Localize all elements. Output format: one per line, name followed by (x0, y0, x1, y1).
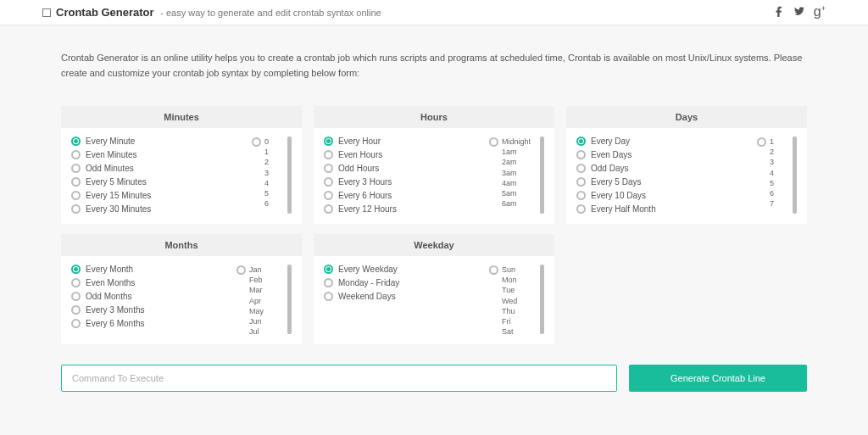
scrollbar[interactable] (287, 265, 292, 334)
months-option[interactable]: Odd Months (71, 292, 233, 301)
months-option[interactable]: Every Month (71, 265, 233, 274)
minutes-header: Minutes (61, 106, 302, 128)
minutes-value-list[interactable]: 012345678 (264, 137, 283, 206)
minutes-option[interactable]: Odd Minutes (71, 164, 248, 173)
weekday-options: Every WeekdayMonday - FridayWeekend Days (324, 265, 486, 334)
hours-option[interactable]: Every 12 Hours (324, 204, 486, 214)
radio-icon (324, 292, 333, 301)
list-item[interactable]: 6am (502, 198, 536, 206)
facebook-icon[interactable] (773, 5, 785, 20)
twitter-icon[interactable] (793, 5, 805, 20)
radio-icon (324, 204, 333, 214)
list-item[interactable]: Jan (249, 265, 283, 275)
scrollbar[interactable] (793, 137, 797, 214)
hours-option[interactable]: Even Hours (324, 150, 486, 159)
list-item[interactable]: Wed (502, 296, 536, 306)
radio-icon[interactable] (252, 137, 261, 147)
list-item[interactable]: 2 (264, 157, 283, 167)
minutes-option-label: Odd Minutes (86, 164, 134, 173)
days-header: Days (566, 106, 807, 128)
hours-option[interactable]: Every 3 Hours (324, 177, 486, 187)
google-plus-icon[interactable]: g+ (814, 5, 826, 19)
radio-icon[interactable] (236, 265, 246, 275)
list-item[interactable]: Sat (502, 326, 536, 334)
list-item[interactable]: 2am (502, 157, 536, 167)
hours-option-label: Every Hour (338, 137, 381, 146)
radio-icon[interactable] (489, 265, 498, 275)
hours-option[interactable]: Odd Hours (324, 164, 486, 173)
minutes-card: MinutesEvery MinuteEven MinutesOdd Minut… (61, 106, 302, 224)
list-item[interactable]: Thu (502, 306, 536, 316)
list-item[interactable]: Jul (249, 326, 283, 334)
scrollbar[interactable] (287, 137, 292, 214)
list-item[interactable]: 1 (264, 147, 283, 157)
days-option[interactable]: Every 5 Days (576, 177, 754, 187)
generate-button[interactable]: Generate Crontab Line (629, 365, 807, 392)
weekday-option[interactable]: Every Weekday (324, 265, 486, 274)
list-item[interactable]: Mon (502, 275, 536, 285)
months-value-list[interactable]: JanFebMarAprMayJunJulAugSep (249, 265, 283, 334)
days-option[interactable]: Every Day (576, 137, 754, 146)
minutes-option-label: Even Minutes (86, 150, 137, 159)
radio-icon (324, 137, 333, 146)
months-option[interactable]: Every 3 Months (71, 305, 233, 315)
list-item[interactable]: 3 (770, 157, 788, 167)
radio-icon (576, 191, 586, 200)
list-item[interactable]: Fri (502, 316, 536, 326)
list-item[interactable]: 4 (770, 168, 788, 178)
months-option[interactable]: Every 6 Months (71, 319, 233, 328)
days-option[interactable]: Every Half Month (576, 204, 754, 214)
list-item[interactable]: 3am (502, 168, 536, 178)
list-item[interactable]: 3 (264, 168, 283, 178)
list-item[interactable]: 4am (502, 178, 536, 188)
list-item[interactable]: 6 (770, 188, 788, 198)
scrollbar[interactable] (540, 137, 544, 214)
minutes-option[interactable]: Even Minutes (71, 150, 248, 159)
list-item[interactable]: 1am (502, 147, 536, 157)
days-option[interactable]: Odd Days (576, 164, 754, 173)
weekday-value-list[interactable]: SunMonTueWedThuFriSat (502, 265, 536, 334)
months-option[interactable]: Even Months (71, 278, 233, 287)
days-value-list[interactable]: 123456789 (770, 137, 788, 206)
list-item[interactable]: Tue (502, 285, 536, 295)
hours-list-radio-wrap (489, 137, 498, 148)
list-item[interactable]: Midnight (502, 137, 536, 147)
row-2: MonthsEvery MonthEven MonthsOdd MonthsEv… (61, 234, 807, 344)
radio-icon[interactable] (757, 137, 766, 147)
months-body: Every MonthEven MonthsOdd MonthsEvery 3 … (61, 256, 302, 344)
list-item[interactable]: Feb (249, 275, 283, 285)
social-links: g+ (773, 5, 826, 20)
list-item[interactable]: 5 (770, 178, 788, 188)
list-item[interactable]: 5 (264, 188, 283, 198)
hours-option[interactable]: Every Hour (324, 137, 486, 146)
minutes-list-radio-wrap (252, 137, 261, 148)
list-item[interactable]: 0 (264, 137, 283, 147)
weekday-option[interactable]: Monday - Friday (324, 278, 486, 287)
minutes-option[interactable]: Every Minute (71, 137, 248, 146)
action-row: Generate Crontab Line (61, 365, 807, 392)
hours-value-list[interactable]: Midnight1am2am3am4am5am6am7am8am (502, 137, 536, 206)
radio-icon[interactable] (489, 137, 498, 147)
list-item[interactable]: 7 (770, 198, 788, 206)
hours-option-label: Every 6 Hours (338, 191, 392, 200)
list-item[interactable]: Mar (249, 285, 283, 295)
command-input[interactable] (61, 365, 617, 392)
list-item[interactable]: Jun (249, 316, 283, 326)
hours-option[interactable]: Every 6 Hours (324, 191, 486, 200)
list-item[interactable]: Sun (502, 265, 536, 275)
list-item[interactable]: Apr (249, 296, 283, 306)
list-item[interactable]: 1 (770, 137, 788, 147)
minutes-option[interactable]: Every 15 Minutes (71, 191, 248, 200)
list-item[interactable]: 2 (770, 147, 788, 157)
weekday-option[interactable]: Weekend Days (324, 292, 486, 301)
minutes-option-label: Every 30 Minutes (86, 204, 151, 214)
minutes-option[interactable]: Every 5 Minutes (71, 177, 248, 187)
list-item[interactable]: 4 (264, 178, 283, 188)
days-option[interactable]: Every 10 Days (576, 191, 754, 200)
list-item[interactable]: 5am (502, 188, 536, 198)
scrollbar[interactable] (540, 265, 544, 334)
minutes-option[interactable]: Every 30 Minutes (71, 204, 248, 214)
list-item[interactable]: 6 (264, 198, 283, 206)
days-option[interactable]: Even Days (576, 150, 754, 159)
list-item[interactable]: May (249, 306, 283, 316)
